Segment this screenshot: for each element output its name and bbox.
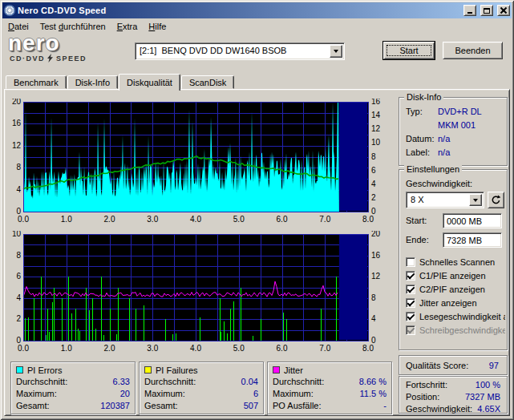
progress-value: 100 % [476,380,500,390]
stat-row: Maximum:11.5 % [268,387,391,399]
stat-value: - [383,401,387,410]
svg-text:2.0: 2.0 [104,344,115,353]
svg-text:4: 4 [371,180,376,188]
diskqualitaet-panel: 20161284016141210864200.01.02.03.04.05.0… [4,89,510,416]
pi-errors-chart: 20161284016141210864200.01.02.03.04.05.0… [10,99,394,225]
svg-text:2: 2 [16,314,21,323]
progress-label: Geschwindigkeit: [406,404,472,414]
refresh-icon [491,195,501,205]
svg-text:5.0: 5.0 [233,344,245,353]
pi-failures-swatch [144,366,152,374]
stat-value: 6 [253,389,258,398]
stat-label: Gesamt: [16,401,50,410]
svg-text:7.0: 7.0 [319,215,330,224]
checkbox-box [406,298,415,308]
checkbox-c2-pif[interactable]: C2/PIF anzeigen [406,284,505,295]
speed-label: Geschwindigkeit: [406,179,472,188]
checkbox-box [406,325,415,335]
quality-score-value: 97 [489,361,499,370]
start-button[interactable]: Start [383,42,435,59]
refresh-speed-button[interactable] [488,192,504,208]
drive-select-dropdown-button[interactable] [330,45,342,58]
svg-text:16: 16 [371,251,381,260]
beenden-button[interactable]: Beenden [443,42,503,59]
tab-disk-info[interactable]: Disk-Info [67,75,118,89]
svg-text:8: 8 [371,152,376,161]
nero-brand-text: nero [8,33,130,54]
stat-label: Gesamt: [144,401,178,410]
disk-type-row: Typ:DVD+R DL [406,107,482,116]
svg-text:0.0: 0.0 [18,215,29,224]
lightning-icon [47,54,54,63]
svg-text:4: 4 [371,314,376,323]
checkbox-lesegeschwindigkeit[interactable]: Lesegeschwindigkeit a [406,311,505,322]
progress-row: Geschwindigkeit:4.65X [399,403,507,414]
minimize-button[interactable] [463,5,476,16]
close-button[interactable] [497,5,510,16]
window-title: Nero CD-DVD Speed [18,6,459,15]
checkbox-label: Lesegeschwindigkeit a [419,312,505,321]
close-icon [500,7,507,14]
stat-row: Maximum:6 [140,387,263,399]
progress-value: 7327 MB [465,392,500,402]
stat-row: Maximum:20 [11,387,135,399]
svg-text:3.0: 3.0 [147,215,158,224]
stat-row: Gesamt:507 [140,399,263,411]
titlebar: Nero CD-DVD Speed [2,2,512,18]
checkbox-schnelles-scannen[interactable]: Schnelles Scannen [406,256,505,268]
svg-text:8: 8 [16,251,21,260]
settings-group-title: Einstellungen [404,164,462,174]
tab-diskqualitaet[interactable]: Diskqualität [119,74,180,91]
svg-text:20: 20 [12,99,22,106]
progress-label: Fortschritt: [406,380,447,390]
svg-text:6: 6 [16,272,21,281]
menu-hilfe[interactable]: Hilfe [143,19,172,34]
svg-text:8: 8 [371,293,376,302]
menu-extra[interactable]: Extra [111,19,144,34]
svg-text:2: 2 [371,193,376,202]
stat-label: PO Ausfälle: [273,401,322,410]
settings-group: Einstellungen Geschwindigkeit: 8 X Start… [399,169,508,350]
checkbox-label: C1/PIE anzeigen [419,271,486,281]
pi-errors-swatch [16,366,23,374]
end-position-field[interactable] [443,232,502,248]
pi-failures-title: PI Failures [156,365,198,375]
pi-errors-legend: PI Errors [11,362,135,375]
jitter-panel: Jitter Durchschnitt:8.66 % Maximum:11.5 … [267,361,392,414]
svg-text:6.0: 6.0 [277,215,288,224]
checkbox-box [406,285,415,294]
speed-select[interactable]: 8 X [406,192,484,208]
tab-benchmark[interactable]: Benchmark [6,75,67,89]
svg-text:6.0: 6.0 [277,344,288,353]
progress-row: Position:7327 MB [399,391,507,402]
drive-select[interactable]: [2:1] BENQ DVD DD DW1640 BSOB [135,42,345,60]
chevron-down-icon [473,199,478,202]
stat-row: Durchschnitt:6.33 [11,375,135,387]
pi-failures-legend: PI Failures [140,362,263,375]
start-position-field[interactable] [443,213,502,228]
svg-text:16: 16 [371,99,381,106]
checkbox-label: Schreibgeschwindigke [419,325,505,335]
stat-label: Durchschnitt: [144,377,196,386]
stat-label: Maximum: [273,389,314,398]
stat-value: 11.5 % [360,389,387,398]
svg-text:14: 14 [371,111,381,119]
jitter-title: Jitter [284,365,303,375]
quality-score-label: Qualitäts Score: [406,361,468,370]
drive-select-value: [2:1] BENQ DVD DD DW1640 BSOB [136,43,328,59]
tab-scandisk[interactable]: ScanDisk [181,75,234,89]
checkbox-jitter[interactable]: Jitter anzeigen [406,297,505,309]
checkbox-schreibgeschwindigkeit[interactable]: Schreibgeschwindigke [406,325,505,336]
progress-label: Position: [406,392,439,402]
speed-select-dropdown-button[interactable] [469,194,482,206]
end-position-label: Ende: [406,235,429,244]
disk-mid-row: MKM 001 [406,120,476,130]
disk-label-row: Label:n/a [406,147,450,157]
svg-text:7.0: 7.0 [319,344,330,353]
menubar: Datei Test durchführen Extra Hilfe [2,18,512,34]
maximize-button[interactable] [480,5,493,16]
checkbox-c1-pie[interactable]: C1/PIE anzeigen [406,270,505,281]
svg-text:4.0: 4.0 [190,215,201,224]
pi-failures-panel: PI Failures Durchschnitt:0.04 Maximum:6 … [139,361,264,414]
svg-text:2.0: 2.0 [104,215,115,224]
